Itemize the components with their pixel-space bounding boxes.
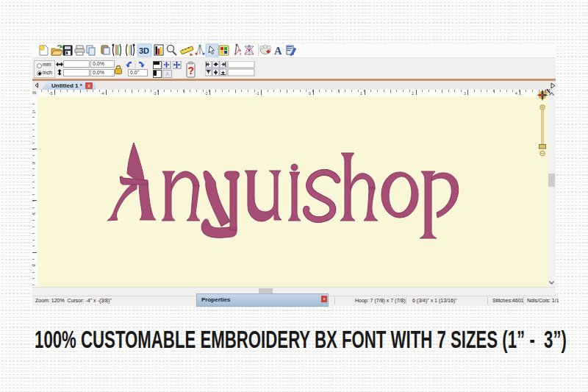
- svg-text:c: c: [240, 51, 242, 56]
- svg-text:N: N: [546, 88, 551, 95]
- svg-text:3D: 3D: [139, 46, 149, 55]
- svg-text:?: ?: [188, 65, 195, 76]
- svg-text:A: A: [274, 45, 282, 57]
